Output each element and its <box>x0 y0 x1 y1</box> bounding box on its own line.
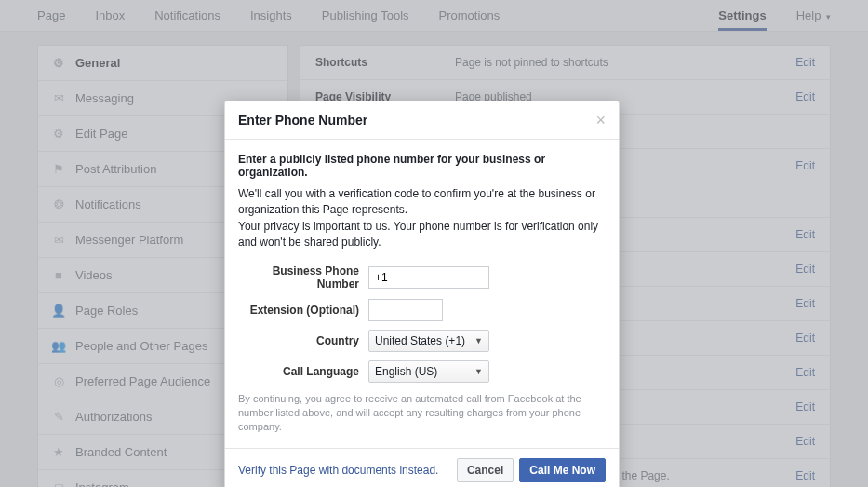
language-value: English (US) <box>375 365 437 378</box>
row-phone: Business Phone Number <box>238 264 606 291</box>
chevron-down-icon: ▼ <box>474 367 483 376</box>
modal-text-2: Your privacy is important to us. Your ph… <box>238 219 606 251</box>
phone-form: Business Phone Number Extension (Optiona… <box>238 264 606 383</box>
phone-input[interactable] <box>368 266 489 289</box>
modal-title: Enter Phone Number <box>238 113 595 128</box>
call-me-now-button[interactable]: Call Me Now <box>519 458 606 482</box>
language-select[interactable]: English (US) ▼ <box>368 360 489 383</box>
close-icon[interactable]: × <box>595 112 606 129</box>
modal-text-1: We'll call you with a verification code … <box>238 186 606 219</box>
row-country: Country United States (+1) ▼ <box>238 330 606 352</box>
modal-intro: Enter a publicly listed phone number for… <box>238 153 606 179</box>
modal-header: Enter Phone Number × <box>225 101 619 140</box>
language-label: Call Language <box>238 365 368 378</box>
cancel-button[interactable]: Cancel <box>457 458 514 482</box>
row-language: Call Language English (US) ▼ <box>238 360 606 383</box>
modal-disclaimer: By continuing, you agree to receive an a… <box>238 392 606 435</box>
verify-documents-link[interactable]: Verify this Page with documents instead. <box>238 464 438 477</box>
country-label: Country <box>238 334 368 347</box>
extension-input[interactable] <box>368 299 443 321</box>
extension-label: Extension (Optional) <box>238 304 368 317</box>
modal-body: Enter a publicly listed phone number for… <box>225 140 619 448</box>
country-value: United States (+1) <box>375 334 465 347</box>
phone-label: Business Phone Number <box>238 264 368 291</box>
chevron-down-icon: ▼ <box>474 336 483 345</box>
modal-footer: Verify this Page with documents instead.… <box>225 448 619 487</box>
country-select[interactable]: United States (+1) ▼ <box>368 330 489 352</box>
phone-verification-modal: Enter Phone Number × Enter a publicly li… <box>224 101 620 487</box>
row-extension: Extension (Optional) <box>238 299 606 321</box>
